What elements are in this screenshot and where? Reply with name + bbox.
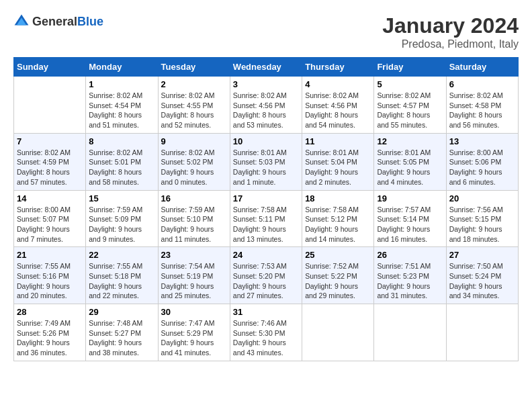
day-info: Sunrise: 8:02 AMSunset: 5:02 PMDaylight:… [161,148,227,187]
daylight-text: Daylight: 9 hours and 38 minutes. [89,338,154,357]
day-cell: 4Sunrise: 8:02 AMSunset: 4:56 PMDaylight… [302,77,374,134]
daylight-text: Daylight: 8 hours and 54 minutes. [305,110,371,130]
sunrise-text: Sunrise: 7:54 AM [161,261,227,271]
day-cell: 13Sunrise: 8:00 AMSunset: 5:06 PMDayligh… [446,133,518,190]
sunrise-text: Sunrise: 8:02 AM [161,148,227,158]
day-info: Sunrise: 7:58 AMSunset: 5:11 PMDaylight:… [233,205,299,244]
day-cell: 31Sunrise: 7:46 AMSunset: 5:30 PMDayligh… [230,304,302,361]
daylight-text: Daylight: 9 hours and 25 minutes. [161,281,227,301]
day-number: 26 [377,250,443,260]
day-number: 27 [449,250,515,260]
day-number: 21 [17,250,83,260]
page-header: GeneralBlue January 2024 Predosa, Piedmo… [13,13,519,50]
calendar-title: January 2024 [382,13,519,38]
day-info: Sunrise: 7:52 AMSunset: 5:22 PMDaylight:… [305,261,371,301]
day-info: Sunrise: 7:55 AMSunset: 5:18 PMDaylight:… [89,261,154,301]
day-number: 28 [17,307,83,317]
sunset-text: Sunset: 5:05 PM [377,157,443,167]
sunrise-text: Sunrise: 7:53 AM [233,261,299,271]
day-cell: 25Sunrise: 7:52 AMSunset: 5:22 PMDayligh… [302,247,374,304]
day-cell: 21Sunrise: 7:55 AMSunset: 5:16 PMDayligh… [14,247,86,304]
day-info: Sunrise: 8:00 AMSunset: 5:06 PMDaylight:… [449,148,515,187]
sunrise-text: Sunrise: 8:02 AM [377,91,443,101]
day-number: 6 [449,79,515,89]
sunrise-text: Sunrise: 7:58 AM [305,205,371,215]
weekday-header-thursday: Thursday [302,58,374,77]
day-info: Sunrise: 8:02 AMSunset: 4:58 PMDaylight:… [449,91,515,130]
day-info: Sunrise: 7:58 AMSunset: 5:12 PMDaylight:… [305,205,371,244]
sunrise-text: Sunrise: 7:56 AM [449,205,515,215]
day-number: 22 [89,250,154,260]
sunset-text: Sunset: 5:22 PM [305,271,371,281]
day-info: Sunrise: 8:02 AMSunset: 4:56 PMDaylight:… [305,91,371,130]
weekday-header-wednesday: Wednesday [230,58,302,77]
day-number: 7 [17,136,83,146]
logo-icon [13,13,30,30]
day-info: Sunrise: 7:57 AMSunset: 5:14 PMDaylight:… [377,205,443,244]
sunset-text: Sunset: 5:01 PM [89,157,154,167]
daylight-text: Daylight: 9 hours and 6 minutes. [449,167,515,187]
day-number: 13 [449,136,515,146]
daylight-text: Daylight: 9 hours and 14 minutes. [305,224,371,244]
day-number: 25 [305,250,371,260]
day-cell: 12Sunrise: 8:01 AMSunset: 5:05 PMDayligh… [374,133,446,190]
calendar-table: SundayMondayTuesdayWednesdayThursdayFrid… [13,57,519,361]
daylight-text: Daylight: 9 hours and 41 minutes. [161,338,227,357]
week-row-3: 14Sunrise: 8:00 AMSunset: 5:07 PMDayligh… [14,190,519,247]
day-cell: 20Sunrise: 7:56 AMSunset: 5:15 PMDayligh… [446,190,518,247]
day-number: 11 [305,136,371,146]
sunrise-text: Sunrise: 7:47 AM [161,318,227,328]
sunset-text: Sunset: 5:04 PM [305,157,371,167]
day-number: 17 [233,193,299,203]
sunrise-text: Sunrise: 7:48 AM [89,318,154,328]
sunrise-text: Sunrise: 7:52 AM [305,261,371,271]
day-cell: 15Sunrise: 7:59 AMSunset: 5:09 PMDayligh… [86,190,158,247]
day-number: 31 [233,307,299,317]
sunrise-text: Sunrise: 7:46 AM [233,318,299,328]
day-cell: 29Sunrise: 7:48 AMSunset: 5:27 PMDayligh… [86,304,158,361]
sunrise-text: Sunrise: 7:51 AM [377,261,443,271]
daylight-text: Daylight: 8 hours and 57 minutes. [17,167,83,187]
day-info: Sunrise: 8:02 AMSunset: 4:55 PMDaylight:… [161,91,227,130]
day-cell: 2Sunrise: 8:02 AMSunset: 4:55 PMDaylight… [158,77,230,134]
day-number: 19 [377,193,443,203]
weekday-header-row: SundayMondayTuesdayWednesdayThursdayFrid… [14,58,519,77]
sunset-text: Sunset: 5:02 PM [161,157,227,167]
daylight-text: Daylight: 9 hours and 43 minutes. [233,338,299,357]
sunset-text: Sunset: 4:54 PM [89,101,154,111]
day-cell: 1Sunrise: 8:02 AMSunset: 4:54 PMDaylight… [86,77,158,134]
week-row-4: 21Sunrise: 7:55 AMSunset: 5:16 PMDayligh… [14,247,519,304]
day-info: Sunrise: 7:55 AMSunset: 5:16 PMDaylight:… [17,261,83,301]
day-number: 23 [161,250,227,260]
day-cell: 3Sunrise: 8:02 AMSunset: 4:56 PMDaylight… [230,77,302,134]
day-number: 9 [161,136,227,146]
day-cell [302,304,374,361]
sunset-text: Sunset: 5:16 PM [17,271,83,281]
sunset-text: Sunset: 5:26 PM [17,328,83,338]
sunset-text: Sunset: 5:14 PM [377,214,443,224]
sunset-text: Sunset: 4:56 PM [233,101,299,111]
day-info: Sunrise: 8:02 AMSunset: 4:57 PMDaylight:… [377,91,443,130]
day-cell: 16Sunrise: 7:59 AMSunset: 5:10 PMDayligh… [158,190,230,247]
day-info: Sunrise: 7:46 AMSunset: 5:30 PMDaylight:… [233,318,299,358]
day-cell: 19Sunrise: 7:57 AMSunset: 5:14 PMDayligh… [374,190,446,247]
daylight-text: Daylight: 9 hours and 22 minutes. [89,281,154,301]
logo: GeneralBlue [13,13,103,30]
sunrise-text: Sunrise: 7:59 AM [89,205,154,215]
day-cell: 27Sunrise: 7:50 AMSunset: 5:24 PMDayligh… [446,247,518,304]
daylight-text: Daylight: 9 hours and 31 minutes. [377,281,443,301]
sunset-text: Sunset: 5:09 PM [89,214,154,224]
daylight-text: Daylight: 8 hours and 56 minutes. [449,110,515,130]
daylight-text: Daylight: 9 hours and 2 minutes. [305,167,371,187]
day-number: 4 [305,79,371,89]
day-info: Sunrise: 8:01 AMSunset: 5:04 PMDaylight:… [305,148,371,187]
daylight-text: Daylight: 9 hours and 29 minutes. [305,281,371,301]
sunrise-text: Sunrise: 8:01 AM [305,148,371,158]
daylight-text: Daylight: 9 hours and 27 minutes. [233,281,299,301]
sunset-text: Sunset: 5:20 PM [233,271,299,281]
day-info: Sunrise: 7:54 AMSunset: 5:19 PMDaylight:… [161,261,227,301]
day-cell: 24Sunrise: 7:53 AMSunset: 5:20 PMDayligh… [230,247,302,304]
day-info: Sunrise: 7:59 AMSunset: 5:10 PMDaylight:… [161,205,227,244]
sunset-text: Sunset: 5:30 PM [233,328,299,338]
day-number: 8 [89,136,154,146]
